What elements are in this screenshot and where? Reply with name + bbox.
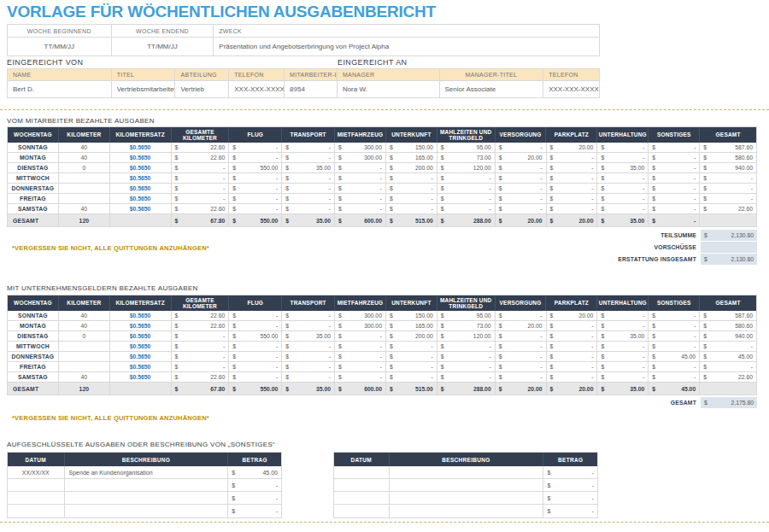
kilometersatz-cell[interactable]: $0.5650 (110, 163, 172, 173)
week-end-field[interactable]: TT/MM/JJ (112, 38, 214, 56)
mietfahrzeug-cell[interactable]: $- (335, 331, 386, 342)
mietfahrzeug-cell[interactable]: $- (335, 372, 386, 383)
sonstiges-cell[interactable]: $- (649, 143, 700, 153)
kilometersatz-cell[interactable]: $0.5650 (110, 331, 172, 342)
kilometersatz-cell[interactable]: $0.5650 (110, 342, 172, 352)
sonstiges-cell[interactable]: $- (649, 321, 700, 331)
kilometer-cell[interactable] (59, 352, 110, 362)
amount-cell[interactable]: $45.00 (228, 466, 281, 479)
mietfahrzeug-cell[interactable]: $- (335, 194, 386, 204)
unterkunft-cell[interactable]: $- (386, 173, 437, 184)
kilometer-cell[interactable]: 40 (59, 204, 110, 214)
mietfahrzeug-cell[interactable]: $- (335, 163, 386, 173)
description-cell[interactable] (65, 479, 229, 492)
flug-cell[interactable]: $- (229, 342, 282, 352)
advances-value-cell[interactable] (701, 242, 757, 253)
transport-cell[interactable]: $- (282, 321, 335, 331)
unterhaltung-cell[interactable]: $- (597, 194, 649, 204)
transport-cell[interactable]: $- (282, 372, 335, 383)
kilometer-cell[interactable] (59, 342, 110, 352)
flug-cell[interactable]: $550.00 (229, 331, 282, 342)
mahlzeiten-cell[interactable]: $120.00 (437, 331, 496, 342)
unterhaltung-cell[interactable]: $- (597, 372, 649, 383)
transport-cell[interactable]: $- (282, 184, 335, 194)
versorgung-cell[interactable]: $- (496, 342, 547, 352)
flug-cell[interactable]: $- (229, 311, 282, 321)
versorgung-cell[interactable]: $- (496, 163, 547, 173)
unterhaltung-cell[interactable]: $35.00 (597, 331, 649, 342)
unterkunft-cell[interactable]: $- (386, 372, 437, 383)
date-cell[interactable] (334, 492, 390, 505)
versorgung-cell[interactable]: $- (496, 204, 547, 214)
mietfahrzeug-cell[interactable]: $- (335, 173, 386, 184)
kilometer-cell[interactable] (59, 184, 110, 194)
flug-cell[interactable]: $- (229, 321, 282, 331)
unterkunft-cell[interactable]: $150.00 (386, 143, 437, 153)
mietfahrzeug-cell[interactable]: $- (335, 352, 386, 362)
mietfahrzeug-cell[interactable]: $300.00 (335, 143, 386, 153)
unterkunft-cell[interactable]: $165.00 (386, 153, 437, 163)
parkplatz-cell[interactable]: $- (547, 372, 598, 383)
kilometersatz-cell[interactable]: $0.5650 (110, 184, 172, 194)
unterhaltung-cell[interactable]: $- (597, 153, 649, 163)
amount-cell[interactable]: $- (543, 479, 597, 492)
unterkunft-cell[interactable]: $- (386, 184, 437, 194)
versorgung-cell[interactable]: $- (496, 311, 547, 321)
description-cell[interactable] (390, 492, 544, 505)
parkplatz-cell[interactable]: $20.00 (547, 311, 598, 321)
mietfahrzeug-cell[interactable]: $- (335, 342, 386, 352)
kilometersatz-cell[interactable]: $0.5650 (110, 204, 172, 214)
parkplatz-cell[interactable]: $- (547, 362, 598, 372)
sonstiges-cell[interactable]: $45.00 (649, 352, 700, 362)
transport-cell[interactable]: $- (282, 173, 335, 184)
unterkunft-cell[interactable]: $200.00 (386, 163, 437, 173)
transport-cell[interactable]: $- (282, 153, 335, 163)
kilometer-cell[interactable]: 40 (59, 311, 110, 321)
flug-cell[interactable]: $- (229, 153, 282, 163)
transport-cell[interactable]: $- (282, 204, 335, 214)
mahlzeiten-cell[interactable]: $- (437, 362, 496, 372)
flug-cell[interactable]: $550.00 (229, 163, 282, 173)
parkplatz-cell[interactable]: $- (547, 163, 598, 173)
manager-titel-field[interactable]: Senior Associate (440, 81, 544, 97)
versorgung-cell[interactable]: $- (496, 184, 547, 194)
flug-cell[interactable]: $- (229, 372, 282, 383)
mietfahrzeug-cell[interactable]: $- (335, 184, 386, 194)
parkplatz-cell[interactable]: $- (547, 204, 598, 214)
flug-cell[interactable]: $- (229, 173, 282, 184)
sonstiges-cell[interactable]: $- (649, 372, 700, 383)
kilometer-cell[interactable]: 40 (59, 321, 110, 331)
kilometersatz-cell[interactable]: $0.5650 (110, 143, 172, 153)
parkplatz-cell[interactable]: $- (547, 331, 598, 342)
versorgung-cell[interactable]: $- (496, 352, 547, 362)
sonstiges-cell[interactable]: $- (649, 311, 700, 321)
sonstiges-cell[interactable]: $- (649, 194, 700, 204)
kilometer-cell[interactable]: 0 (59, 163, 110, 173)
versorgung-cell[interactable]: $- (496, 194, 547, 204)
versorgung-cell[interactable]: $- (496, 362, 547, 372)
transport-cell[interactable]: $- (282, 362, 335, 372)
kilometersatz-cell[interactable]: $0.5650 (110, 321, 172, 331)
transport-cell[interactable]: $- (282, 311, 335, 321)
mahlzeiten-cell[interactable]: $- (437, 342, 496, 352)
unterhaltung-cell[interactable]: $- (597, 311, 649, 321)
mahlzeiten-cell[interactable]: $- (437, 184, 496, 194)
mitarbeiter-id-field[interactable]: 8954 (285, 81, 338, 97)
date-cell[interactable] (8, 479, 65, 492)
sonstiges-cell[interactable]: $- (649, 173, 700, 184)
abteilung-field[interactable]: Vertrieb (175, 81, 229, 97)
mietfahrzeug-cell[interactable]: $300.00 (335, 311, 386, 321)
flug-cell[interactable]: $- (229, 143, 282, 153)
unterhaltung-cell[interactable]: $35.00 (597, 163, 649, 173)
kilometersatz-cell[interactable]: $0.5650 (110, 372, 172, 383)
unterhaltung-cell[interactable]: $- (597, 321, 649, 331)
description-cell[interactable]: Spende an Kundenorganisation (65, 466, 229, 479)
description-cell[interactable] (65, 492, 229, 505)
parkplatz-cell[interactable]: $- (547, 173, 598, 184)
flug-cell[interactable]: $- (229, 362, 282, 372)
mahlzeiten-cell[interactable]: $73.00 (437, 153, 496, 163)
kilometersatz-cell[interactable]: $0.5650 (110, 362, 172, 372)
kilometersatz-cell[interactable]: $0.5650 (110, 153, 172, 163)
sonstiges-cell[interactable]: $- (649, 163, 700, 173)
manager-field[interactable]: Nora W. (338, 81, 440, 97)
